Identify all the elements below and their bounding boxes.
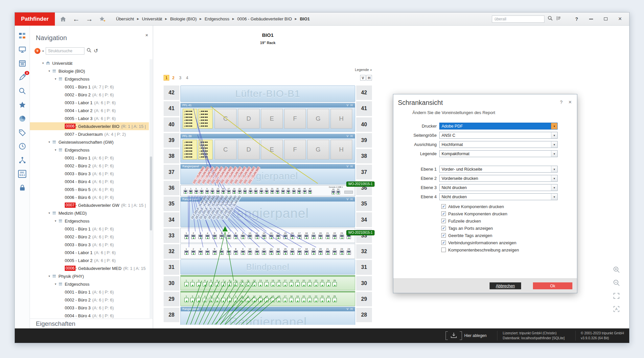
port[interactable]: 7 [226, 248, 231, 255]
port[interactable]: 5 [209, 279, 213, 286]
port[interactable]: 23 [339, 248, 344, 255]
patch-module[interactable]: 123456 [183, 140, 197, 159]
port[interactable]: 20 [318, 232, 323, 239]
port[interactable]: 19 [295, 279, 300, 286]
port[interactable]: 15 [221, 188, 225, 194]
port[interactable]: 16 [277, 295, 281, 302]
tree-item[interactable]: ▼Erdgeschoss [30, 217, 149, 225]
dropdown-arrow-icon[interactable]: ▾ [551, 175, 557, 181]
port[interactable]: 1 [184, 279, 189, 286]
dropdown-arrow-icon[interactable]: ▾ [551, 141, 557, 148]
port[interactable]: 12 [252, 279, 257, 286]
port[interactable]: 3 [189, 188, 193, 194]
lock-icon[interactable] [17, 183, 27, 193]
port[interactable]: 4 [205, 248, 210, 255]
port[interactable]: 1 [184, 248, 189, 255]
port[interactable]: 6 [215, 295, 219, 302]
port[interactable]: 23 [320, 279, 325, 286]
port[interactable]: 19 [295, 295, 300, 302]
port[interactable]: 16 [277, 279, 281, 286]
port[interactable]: 7 [221, 295, 226, 302]
port[interactable]: 2 [191, 232, 196, 239]
panel-vh-toggle[interactable]: V H [347, 307, 353, 311]
checkbox[interactable]: ✓ [441, 240, 446, 245]
tree-item[interactable]: 0002 - Büro 2(A: 6 | P: 6) [30, 296, 149, 304]
port[interactable]: 17 [227, 188, 231, 194]
port[interactable]: 21 [238, 188, 242, 194]
add-dropdown-icon[interactable]: ▾ [42, 50, 44, 53]
topology-icon[interactable] [17, 155, 27, 165]
port[interactable]: 25 [248, 188, 252, 194]
port[interactable]: 1 [184, 295, 189, 302]
forward-icon[interactable]: → [84, 14, 94, 24]
breadcrumb-item[interactable]: 0006 - Gebäudeverteiler BIO [237, 16, 292, 21]
tree-item[interactable]: 0006 - Gebäudeverteiler MED(R: 1 | A: 15 [30, 264, 149, 272]
dialog-close-icon[interactable]: × [568, 99, 572, 106]
expander-icon[interactable]: ▼ [54, 78, 58, 81]
patch-slot[interactable]: H [331, 140, 353, 159]
port[interactable]: 17 [283, 279, 288, 286]
fit-text-icon[interactable]: A [612, 305, 621, 313]
dropdown[interactable]: Hochformat▾ [439, 141, 558, 148]
drop-zone[interactable]: Hier ablegen [446, 331, 487, 340]
checkbox[interactable]: ✓ [441, 219, 446, 223]
fit-screen-icon[interactable] [612, 292, 621, 300]
port[interactable]: 33 [270, 188, 274, 194]
dropdown-arrow-icon[interactable]: ▾ [551, 132, 557, 138]
dropdown[interactable]: Vorder- und Rückseite▾ [439, 166, 558, 173]
favorite-add-icon[interactable] [98, 14, 107, 24]
help-icon[interactable]: ? [569, 14, 584, 24]
rack-component-greenpanel-2[interactable]: 1234567891011121314151617181920212223242… [180, 291, 355, 306]
dropdown[interactable]: Vorderseite drucken▾ [439, 175, 558, 182]
tree-item[interactable]: 0002 - Büro 2(A: 6 | P: 6) [30, 233, 149, 241]
structure-search-input[interactable] [46, 47, 84, 55]
structure-search-icon[interactable] [86, 48, 92, 54]
port[interactable]: 17 [297, 248, 302, 255]
expander-icon[interactable]: ▼ [48, 70, 52, 73]
tree-item[interactable]: 0006 - Büro 6(A: 6 | P: 6) [30, 193, 149, 201]
breadcrumb-item[interactable]: Biologie (BIO) [170, 16, 197, 21]
back-icon[interactable]: ← [71, 14, 81, 24]
port[interactable]: 8 [227, 295, 232, 302]
breadcrumb-item[interactable]: Universität [142, 16, 162, 21]
patch-slot[interactable]: E [261, 140, 283, 159]
port[interactable]: 2 [191, 248, 196, 255]
dropdown[interactable]: Nicht drucken▾ [439, 193, 558, 200]
port[interactable]: 47 [308, 188, 312, 194]
port[interactable]: 20 [301, 279, 306, 286]
port[interactable]: 21 [308, 279, 312, 286]
rack-component-switch[interactable]: 1357911131517192123252729313335373941434… [180, 185, 355, 196]
port[interactable]: 9 [241, 248, 245, 255]
tree-item[interactable]: 0004 - Labor 1(A: 6 | P: 6) [30, 249, 149, 256]
port[interactable]: 50 [336, 188, 340, 194]
tree-item[interactable]: 0004 - Büro 4(A: 6 | P: 6) [30, 178, 149, 185]
tree-item[interactable]: 0003 - Labor 1(A: 6 | P: 6) [30, 99, 149, 107]
patch-module[interactable]: 123456 [183, 109, 197, 129]
dropdown[interactable]: Adobe PDF▾ [439, 123, 558, 130]
checkbox[interactable]: ✓ [441, 226, 446, 230]
port[interactable]: 10 [240, 279, 244, 286]
port[interactable]: 39 [287, 188, 290, 194]
tree-item[interactable]: 0001 - Büro 1(A: 6 | P: 6) [30, 288, 149, 296]
rack-component-blindpanel[interactable]: Blindpanel [180, 259, 355, 274]
add-button[interactable]: + [34, 48, 40, 54]
expander-icon[interactable]: ▼ [48, 141, 52, 144]
patch-slot[interactable]: G [307, 140, 329, 159]
app-logo[interactable]: Pathfinder [15, 12, 55, 26]
view-toggle-v[interactable]: V [360, 75, 366, 81]
zoom-in-icon[interactable] [612, 265, 621, 274]
breadcrumb-item[interactable]: Erdgeschoss [205, 16, 229, 21]
zoom-out-icon[interactable] [612, 278, 621, 287]
tree-item[interactable]: 0003 - Büro 3(A: 6 | P: 6) [30, 170, 149, 178]
panel-vh-toggle[interactable]: V H [347, 103, 353, 107]
rack-component-greenpanel-1[interactable]: 1234567891011121314151617181920212223242… [180, 275, 355, 290]
monitor-icon[interactable] [17, 45, 27, 55]
work-order-tag[interactable]: WO-20210915-1 [346, 230, 375, 235]
port[interactable]: 2 [190, 295, 195, 302]
ip-address-icon[interactable]: 192.0.0.1 [17, 169, 27, 179]
tree-item[interactable]: ▼Medizin (MED) [30, 209, 149, 217]
port[interactable]: 18 [289, 295, 294, 302]
tree-item[interactable]: ▼Erdgeschoss [30, 280, 149, 288]
patch-slot[interactable]: F [284, 109, 306, 129]
tree-item[interactable]: ▼Erdgeschoss [30, 146, 149, 154]
